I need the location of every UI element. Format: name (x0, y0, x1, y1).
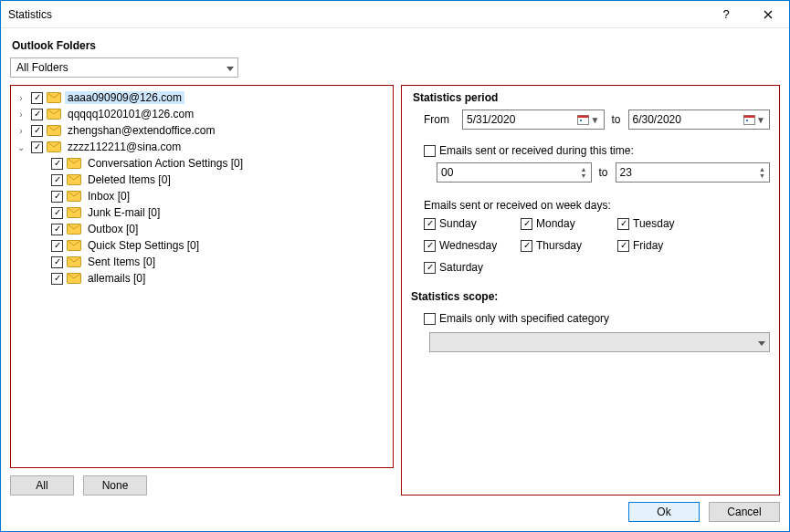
weekday-checkbox[interactable]: Tuesday (617, 217, 698, 230)
folder-label: Outbox [0] (85, 223, 141, 235)
time-range-label: Emails sent or received during this time… (439, 144, 634, 157)
account-label: zzzz112211@sina.com (65, 141, 184, 153)
title-bar: Statistics ? (1, 1, 789, 28)
tree-folder[interactable]: allemails [0] (13, 270, 391, 287)
folder-checkbox[interactable] (51, 224, 63, 235)
folder-scope-dropdown[interactable]: All Folders (10, 57, 238, 78)
folder-checkbox[interactable] (51, 207, 63, 219)
folder-label: Deleted Items [0] (85, 173, 174, 186)
folder-label: Junk E-mail [0] (85, 206, 163, 219)
cancel-button[interactable]: Cancel (709, 502, 780, 522)
scope-header: Statistics scope: (411, 290, 770, 303)
mail-icon (67, 174, 81, 185)
spinner-arrows-icon: ▲▼ (759, 166, 765, 179)
tree-folder[interactable]: Quick Step Settings [0] (13, 237, 391, 254)
svg-rect-16 (743, 116, 754, 119)
from-date-picker[interactable]: 5/31/2020 ▼ (462, 110, 605, 130)
to-label: to (612, 113, 621, 126)
mail-icon (47, 125, 61, 136)
expand-icon[interactable]: › (15, 93, 27, 103)
tree-account[interactable]: ›aaaa090909@126.com (13, 89, 391, 106)
select-all-button[interactable]: All (10, 475, 74, 495)
weekday-label: Monday (536, 217, 575, 230)
mail-icon (67, 158, 81, 169)
from-date-value: 5/31/2020 (467, 113, 515, 126)
dialog-body: Outlook Folders All Folders ›aaaa090909@… (1, 28, 789, 531)
calendar-icon (742, 112, 756, 127)
folder-label: allemails [0] (85, 272, 148, 285)
category-checkbox[interactable]: Emails only with specified category (424, 312, 609, 325)
weekday-checkbox[interactable]: Wednesday (424, 239, 504, 252)
folder-label: Conversation Action Settings [0] (85, 157, 246, 170)
weekday-label: Thursday (536, 239, 582, 252)
tree-folder[interactable]: Junk E-mail [0] (13, 204, 391, 221)
weekday-label: Saturday (439, 261, 483, 274)
tree-account[interactable]: ›qqqqq1020101@126.com (13, 106, 391, 122)
mail-icon (47, 109, 61, 120)
weekdays-label: Emails sent or received on week days: (424, 199, 770, 212)
mail-icon (67, 256, 81, 267)
tree-account[interactable]: ⌄zzzz112211@sina.com (13, 139, 391, 155)
expand-icon[interactable]: › (15, 126, 27, 136)
weekday-label: Friday (633, 239, 663, 252)
folder-checkbox[interactable] (51, 240, 63, 252)
time-from-spinner[interactable]: 00 ▲▼ (437, 162, 592, 183)
folder-checkbox[interactable] (51, 273, 63, 285)
outlook-folders-label: Outlook Folders (12, 39, 780, 52)
to-date-value: 6/30/2020 (633, 113, 681, 126)
tree-folder[interactable]: Inbox [0] (13, 188, 391, 204)
folder-label: Sent Items [0] (85, 256, 158, 268)
time-from-value: 00 (441, 166, 453, 179)
svg-rect-13 (578, 116, 589, 119)
from-label: From (424, 113, 455, 126)
ok-button[interactable]: Ok (628, 502, 700, 522)
time-range-checkbox[interactable]: Emails sent or received during this time… (424, 144, 634, 157)
window-title: Statistics (1, 8, 705, 21)
weekday-label: Tuesday (633, 217, 675, 230)
mail-icon (47, 92, 61, 103)
time-to-value: 23 (620, 166, 632, 179)
folder-checkbox[interactable] (31, 109, 43, 120)
time-to-spinner[interactable]: 23 ▲▼ (616, 162, 771, 183)
statistics-dialog: Statistics ? Outlook Folders All Folders… (0, 0, 790, 532)
to-date-picker[interactable]: 6/30/2020 ▼ (628, 110, 771, 130)
close-button[interactable] (747, 1, 789, 28)
mail-icon (67, 224, 81, 235)
tree-folder[interactable]: Outbox [0] (13, 221, 391, 237)
tree-account[interactable]: ›zhengshan@extendoffice.com (13, 122, 391, 139)
tree-folder[interactable]: Deleted Items [0] (13, 172, 391, 188)
calendar-icon (576, 112, 591, 127)
mail-icon (67, 191, 81, 202)
tree-folder[interactable]: Sent Items [0] (13, 254, 391, 270)
folder-checkbox[interactable] (51, 174, 63, 186)
folder-checkbox[interactable] (51, 191, 63, 203)
account-label: zhengshan@extendoffice.com (65, 124, 217, 137)
folder-checkbox[interactable] (51, 256, 63, 268)
weekday-checkbox[interactable]: Friday (617, 239, 698, 252)
account-label: aaaa090909@126.com (65, 91, 184, 104)
collapse-icon[interactable]: ⌄ (15, 142, 27, 152)
category-check-label: Emails only with specified category (439, 312, 609, 325)
category-dropdown[interactable] (429, 332, 770, 352)
folder-label: Inbox [0] (85, 190, 132, 203)
account-label: qqqqq1020101@126.com (65, 108, 196, 120)
tree-folder[interactable]: Conversation Action Settings [0] (13, 155, 391, 172)
time-to-label: to (599, 166, 608, 179)
folder-checkbox[interactable] (51, 158, 63, 170)
statistics-period-panel: Statistics period From 5/31/2020 ▼ to 6/… (401, 85, 780, 495)
folder-tree[interactable]: ›aaaa090909@126.com›qqqqq1020101@126.com… (10, 85, 394, 468)
folder-checkbox[interactable] (31, 125, 43, 137)
help-button[interactable]: ? (705, 1, 747, 28)
svg-rect-17 (746, 120, 748, 121)
select-none-button[interactable]: None (83, 475, 147, 495)
weekday-checkbox[interactable]: Thursday (521, 239, 601, 252)
folder-checkbox[interactable] (31, 141, 43, 153)
expand-icon[interactable]: › (15, 110, 27, 120)
mail-icon (67, 273, 81, 284)
chevron-down-icon (226, 61, 234, 74)
weekday-checkbox[interactable]: Sunday (424, 217, 504, 230)
folder-checkbox[interactable] (31, 92, 43, 104)
weekday-checkbox[interactable]: Monday (521, 217, 601, 230)
weekday-checkbox[interactable]: Saturday (424, 261, 504, 274)
weekday-label: Sunday (439, 217, 477, 230)
